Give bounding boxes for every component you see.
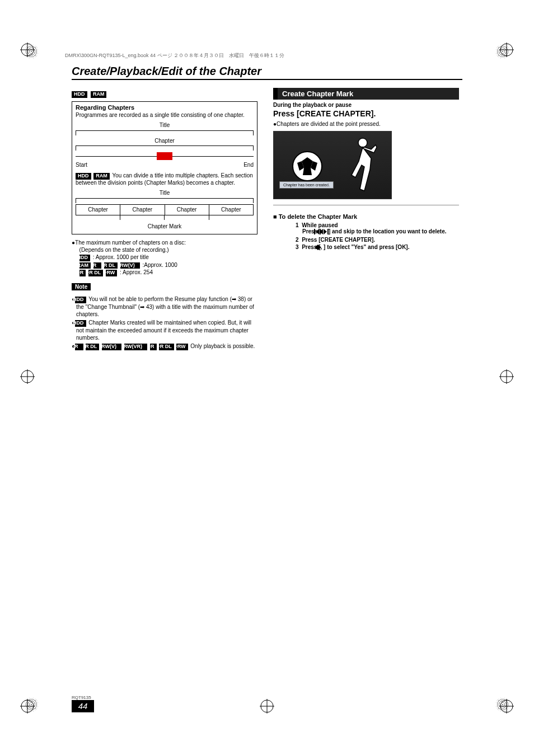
chapter-mark-label: Chapter Mark xyxy=(76,223,254,231)
chapter-cell: Chapter xyxy=(165,204,209,216)
chapter-cell: Chapter xyxy=(76,204,120,216)
osd-message: Chapter has been created. xyxy=(279,181,334,189)
media-badges: HDD RAM xyxy=(72,88,257,98)
crop-mark xyxy=(499,43,514,57)
delete-steps: 1 While paused Press [ , ] and skip to t… xyxy=(273,222,459,251)
badge-ram: RAM xyxy=(93,173,110,180)
box-title: Regarding Chapters xyxy=(76,104,254,112)
badge-plus-r: +R xyxy=(79,270,86,276)
diagram-title-label: Title xyxy=(76,122,254,129)
player-icon xyxy=(343,136,382,198)
badge-rwvr: -RW(VR) xyxy=(124,344,147,350)
badge-hdd: HDD xyxy=(75,297,86,303)
badge-hdd: HDD xyxy=(76,173,91,180)
chapter-cell: Chapter xyxy=(209,204,254,216)
badge-hdd: HDD xyxy=(75,320,86,327)
badge-rwv: -RW(V) xyxy=(120,262,140,269)
badge-hdd: HDD xyxy=(79,255,91,261)
tv-screenshot: Chapter has been created. xyxy=(273,131,392,199)
badge-hdd: HDD xyxy=(72,91,87,98)
svg-marker-31 xyxy=(324,229,327,234)
box-intro: Programmes are recorded as a single titl… xyxy=(76,112,254,119)
crop-mark xyxy=(20,699,35,713)
crop-mark xyxy=(20,43,35,57)
end-label: End xyxy=(243,162,254,169)
badge-rdl: -R DL xyxy=(86,344,99,350)
divide-text: HDD RAM You can divide a title into mult… xyxy=(76,172,254,186)
page-number: 44 xyxy=(72,700,94,712)
badge-plus-rw: +RW xyxy=(106,270,117,276)
chapter-cell: Chapter xyxy=(120,204,165,216)
badge-plus-rw: +RW xyxy=(176,344,188,350)
badge-plus-rdl: +R DL xyxy=(88,270,103,276)
instruction: Press [CREATE CHAPTER]. xyxy=(273,109,459,118)
svg-marker-34 xyxy=(318,245,321,250)
playhead-marker xyxy=(157,152,172,160)
limits-text: ●The maximum number of chapters on a dis… xyxy=(72,239,257,277)
badge-rwv: -RW(V) xyxy=(102,344,121,350)
note-label: Note xyxy=(72,283,91,290)
page-title: Create/Playback/Edit of the Chapter xyxy=(72,65,462,78)
crop-mark xyxy=(499,369,514,384)
print-header-line: DMRX\300GN-RQT9135-L_eng.book 44 ページ ２００… xyxy=(65,52,284,59)
svg-point-26 xyxy=(358,138,367,147)
soccer-ball-icon xyxy=(291,149,324,183)
svg-marker-28 xyxy=(316,229,319,234)
section-header: Create Chapter Mark xyxy=(273,88,459,100)
start-label: Start xyxy=(76,162,87,169)
badge-plus-r: +R xyxy=(150,344,157,350)
svg-marker-30 xyxy=(320,229,323,234)
diagram-chapter-label: Chapter xyxy=(76,138,254,145)
badge-rdl: -R DL xyxy=(104,262,118,269)
svg-rect-27 xyxy=(314,229,315,234)
badge-r: -R xyxy=(75,344,83,350)
diagram-title-label: Title xyxy=(76,190,254,197)
crop-mark xyxy=(260,699,274,713)
badge-ram: RAM xyxy=(79,262,91,269)
regarding-chapters-box: Regarding Chapters Programmes are record… xyxy=(72,101,257,234)
crop-mark xyxy=(20,369,35,384)
badge-plus-rdl: +R DL xyxy=(159,344,174,350)
title-underline xyxy=(72,79,462,80)
svg-marker-25 xyxy=(303,168,312,175)
delete-title: ■ To delete the Chapter Mark xyxy=(273,213,459,220)
sub-heading: During the playback or pause xyxy=(273,102,459,108)
note-text: ●HDD You will not be able to perform the… xyxy=(72,295,257,350)
diagram-multi: Title Chapter Chapter Chapter Chapter Ch… xyxy=(76,190,254,231)
divided-text: Chapters are divided at the point presse… xyxy=(277,121,381,127)
crop-mark xyxy=(499,699,514,713)
badge-r: -R xyxy=(93,262,102,269)
diagram-single: Title Chapter Start End xyxy=(76,122,254,169)
badge-ram: RAM xyxy=(91,91,107,98)
footer-code: RQT9135 xyxy=(72,695,91,700)
